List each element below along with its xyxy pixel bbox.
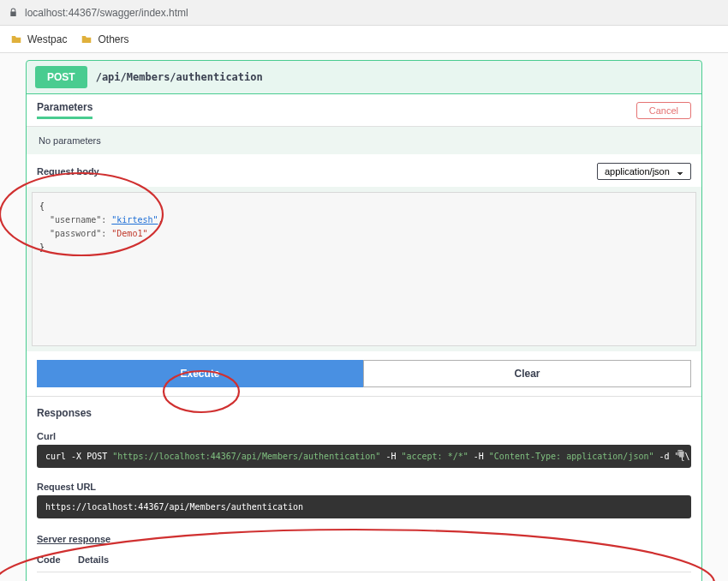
opblock-summary[interactable]: POST /api/Members/authentication [27, 61, 701, 94]
execute-button[interactable]: Execute [37, 360, 363, 387]
execute-row: Execute Clear [27, 351, 701, 396]
response-table-head: Code Details [37, 551, 691, 572]
body-editor-wrap: { "username": "kirtesh", "password": "De… [27, 187, 701, 351]
request-body-editor[interactable]: { "username": "kirtesh", "password": "De… [32, 192, 696, 346]
curl-section: Curl curl -X POST "https://localhost:443… [27, 426, 701, 476]
request-body-title: Request body [37, 166, 99, 177]
bookmark-westpac[interactable]: Westpac [10, 33, 67, 45]
folder-icon [81, 33, 92, 45]
parameters-header: Parameters Cancel [27, 94, 701, 127]
responses-title: Responses [27, 396, 701, 426]
request-body-header: Request body application/json [37, 163, 691, 180]
bookmarks-bar: Westpac Others [0, 26, 728, 53]
curl-command-box[interactable]: curl -X POST "https://localhost:44367/ap… [37, 445, 691, 468]
request-url-box[interactable]: https://localhost:44367/api/Members/auth… [37, 495, 691, 518]
content-type-select[interactable]: application/json [597, 163, 691, 180]
browser-address-bar: localhost:44367/swagger/index.html [0, 0, 728, 26]
copy-icon[interactable] [676, 448, 686, 460]
swagger-container: POST /api/Members/authentication Paramet… [0, 60, 728, 581]
col-details-header: Details [78, 554, 691, 565]
parameters-title: Parameters [37, 101, 92, 119]
request-url-label: Request URL [37, 482, 691, 492]
opblock-post: POST /api/Members/authentication Paramet… [26, 60, 702, 581]
server-response-label: Server response [37, 534, 691, 544]
no-parameters-text: No parameters [27, 127, 701, 154]
response-row: 200 Response body eyJhbGciOiJIUzI1NiIsIn… [37, 572, 691, 581]
col-code-header: Code [37, 554, 78, 565]
cancel-button[interactable]: Cancel [636, 102, 691, 119]
clear-button[interactable]: Clear [363, 360, 691, 387]
request-body-json: { "username": "kirtesh", "password": "De… [39, 200, 689, 255]
server-response-section: Server response Code Details 200 Respons… [27, 534, 701, 581]
folder-icon [10, 33, 22, 45]
bookmark-label: Others [98, 33, 128, 45]
endpoint-path: /api/Members/authentication [96, 71, 263, 83]
bookmark-others[interactable]: Others [81, 33, 128, 45]
bookmark-label: Westpac [27, 33, 67, 45]
curl-label: Curl [37, 431, 691, 441]
lock-icon [9, 8, 18, 17]
http-method-badge: POST [35, 66, 87, 88]
request-url-section: Request URL https://localhost:44367/api/… [27, 476, 701, 527]
opblock-body: Parameters Cancel No parameters Request … [27, 94, 701, 581]
url-text: localhost:44367/swagger/index.html [25, 7, 188, 19]
request-body-section: Request body application/json [27, 154, 701, 180]
